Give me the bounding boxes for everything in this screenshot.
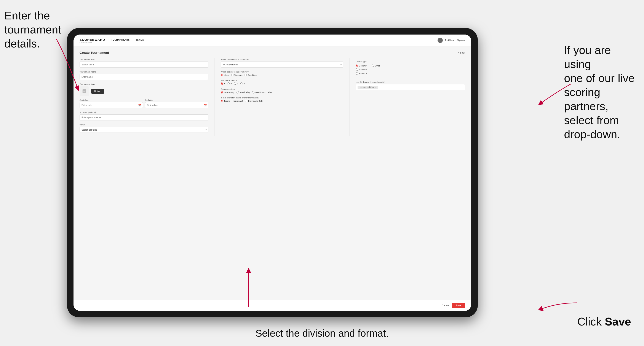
gender-radio-group: Mens Womens Combined: [221, 74, 343, 76]
api-select-box[interactable]: Leaderboard King ×: [356, 84, 465, 90]
teams-teams[interactable]: Teams (+Individuals): [221, 100, 243, 102]
start-date-input[interactable]: [80, 102, 143, 108]
rounds-radio-group: 1 2 3: [221, 82, 343, 85]
host-group: Tournament Host: [80, 58, 208, 68]
format-6count4[interactable]: 6 count 4: [356, 68, 367, 71]
rounds-2[interactable]: 2: [227, 82, 232, 85]
scoring-match[interactable]: Match Play: [236, 91, 250, 93]
scoring-stroke-radio[interactable]: [221, 91, 223, 93]
rounds-4-radio[interactable]: [240, 82, 243, 85]
start-date-group: Start date 📅: [80, 99, 143, 108]
gender-mens-radio[interactable]: [221, 74, 223, 76]
end-date-input[interactable]: [145, 102, 208, 108]
end-date-group: End date 📅: [145, 99, 208, 108]
rounds-3[interactable]: 3: [234, 82, 238, 85]
back-link[interactable]: < Back: [458, 51, 465, 54]
logo-area: SCOREBOARD Powered by Clippit: [80, 38, 105, 43]
name-input[interactable]: [80, 74, 208, 80]
gender-label: Which gender is the event for?: [221, 71, 343, 73]
middle-column: Which division is the event for? NCAA Di…: [214, 58, 343, 136]
rounds-2-radio[interactable]: [227, 82, 230, 85]
format-6count5[interactable]: 6 count 5: [356, 72, 367, 75]
rounds-3-radio[interactable]: [234, 82, 236, 85]
page-header: Create Tournament < Back: [80, 51, 465, 54]
gender-group: Which gender is the event for? Mens Wome…: [221, 71, 343, 76]
name-group: Tournament name: [80, 71, 208, 80]
sponsor-label: Sponsor (optional): [80, 111, 208, 114]
rounds-1[interactable]: 1: [221, 82, 225, 85]
format-5count4[interactable]: 5 count 4: [356, 65, 367, 67]
date-row: Start date 📅 End date: [80, 99, 208, 108]
division-label: Which division is the event for?: [221, 58, 343, 61]
upload-button[interactable]: Upload: [91, 89, 104, 94]
gender-combined[interactable]: Combined: [244, 74, 257, 76]
rounds-4[interactable]: 4: [240, 82, 245, 85]
scoring-match-radio[interactable]: [236, 91, 239, 93]
format-col-left: 5 count 4 6 count 4 6 count 5: [356, 65, 367, 75]
scoring-medal-match[interactable]: Medal Match Play: [252, 91, 272, 93]
app-container: SCOREBOARD Powered by Clippit TOURNAMENT…: [74, 34, 471, 311]
api-section: Use third-party live scoring API? Leader…: [356, 81, 465, 90]
api-tag-value: Leaderboard King: [359, 86, 374, 88]
navbar-left: SCOREBOARD Powered by Clippit TOURNAMENT…: [80, 38, 144, 43]
user-avatar: [438, 38, 443, 43]
end-date-wrap: 📅: [145, 102, 208, 108]
annotation-top-right: If you are usingone of our livescoring p…: [564, 43, 640, 141]
scoring-radio-group: Stroke Play Match Play Medal Match Play: [221, 91, 343, 93]
tablet-screen: SCOREBOARD Powered by Clippit TOURNAMENT…: [74, 34, 471, 311]
rounds-group: Number of rounds 1 2: [221, 79, 343, 85]
scoring-stroke[interactable]: Stroke Play: [221, 91, 234, 93]
format-6count5-radio[interactable]: [356, 72, 358, 75]
annotation-bottom-center: Select the division and format.: [255, 327, 388, 340]
gender-womens-label: Womens: [234, 74, 242, 76]
rounds-3-label: 3: [237, 82, 238, 85]
format-5count4-radio[interactable]: [356, 65, 358, 67]
scoring-group: Scoring system Stroke Play Match Play: [221, 88, 343, 93]
start-date-wrap: 📅: [80, 102, 143, 108]
gender-combined-radio[interactable]: [244, 74, 247, 76]
logo-upload-area: Upload: [80, 86, 208, 96]
format-row: 5 count 4 6 count 4 6 count 5: [356, 65, 465, 75]
annotation-top-left: Enter thetournamentdetails.: [4, 9, 69, 51]
logo-main: SCOREBOARD: [80, 38, 105, 41]
scoring-label: Scoring system: [221, 88, 343, 90]
logo-sub: Powered by Clippit: [80, 41, 105, 43]
scoring-medal-match-radio[interactable]: [252, 91, 254, 93]
gender-womens[interactable]: Womens: [231, 74, 242, 76]
format-other[interactable]: Other: [372, 65, 380, 67]
division-group: Which division is the event for? NCAA Di…: [221, 58, 343, 68]
sponsor-group: Sponsor (optional): [80, 111, 208, 120]
save-button[interactable]: Save: [452, 303, 465, 308]
venue-group: Venue Search golf club: [80, 124, 208, 133]
gender-mens[interactable]: Mens: [221, 74, 229, 76]
start-date-label: Start date: [80, 99, 143, 101]
scoring-medal-match-label: Medal Match Play: [255, 91, 272, 93]
venue-select[interactable]: Search golf club: [80, 127, 208, 133]
nav-teams[interactable]: TEAMS: [136, 39, 144, 42]
rounds-1-label: 1: [224, 82, 225, 85]
rounds-label: Number of rounds: [221, 79, 343, 82]
cancel-button[interactable]: Cancel: [442, 304, 449, 307]
sponsor-input[interactable]: [80, 114, 208, 120]
teams-individuals[interactable]: Individuals Only: [245, 100, 263, 102]
date-group: Start date 📅 End date: [80, 99, 208, 108]
format-6count4-radio[interactable]: [356, 68, 358, 71]
teams-individuals-radio[interactable]: [245, 100, 247, 102]
gender-womens-radio[interactable]: [231, 74, 234, 76]
calendar-icon-end: 📅: [204, 104, 207, 107]
venue-label: Venue: [80, 124, 208, 126]
format-label: Format type: [356, 60, 465, 63]
navbar: SCOREBOARD Powered by Clippit TOURNAMENT…: [74, 34, 471, 46]
scoring-stroke-label: Stroke Play: [224, 91, 234, 93]
host-input[interactable]: [80, 61, 208, 68]
teams-individuals-label: Individuals Only: [248, 100, 263, 102]
api-tag-close[interactable]: ×: [375, 86, 376, 88]
signout-link[interactable]: Sign out: [457, 39, 465, 41]
format-other-radio[interactable]: [372, 65, 374, 67]
rounds-1-radio[interactable]: [221, 82, 223, 85]
teams-teams-radio[interactable]: [221, 100, 223, 102]
nav-tournaments[interactable]: TOURNAMENTS: [111, 38, 130, 42]
division-select[interactable]: NCAA Division I: [221, 61, 343, 68]
format-6count5-label: 6 count 5: [359, 72, 367, 75]
image-icon: [82, 89, 87, 93]
